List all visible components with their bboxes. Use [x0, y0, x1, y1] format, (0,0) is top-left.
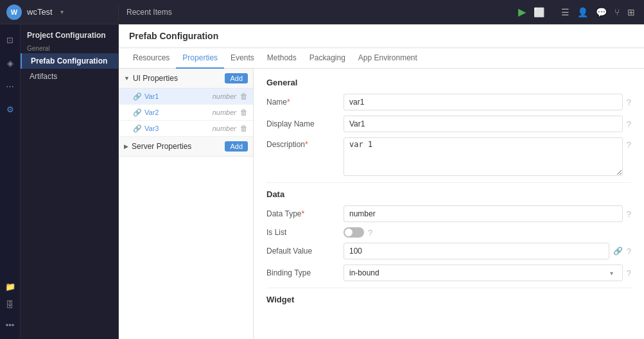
topbar-left-section: W wcTest ▾ [0, 4, 119, 20]
content-area: ▼ UI Properties Add 🔗 Var1 number 🗑 🔗 [119, 69, 644, 339]
main-area: Prefab Configuration Resources Propertie… [119, 24, 644, 339]
layout-wrapper: ⊡ ◈ ⋯ ⚙ 📁 🗄 ••• Project Configuration Ge… [0, 0, 644, 339]
link-icon: 🔗 [133, 125, 142, 133]
sidebar-item-prefab-config[interactable]: Prefab Configuration [21, 53, 118, 69]
is-list-toggle[interactable] [344, 227, 364, 238]
nav-icon-settings[interactable]: ⚙ [1, 100, 19, 118]
name-help-icon[interactable]: ? [627, 98, 631, 107]
general-section: General Name* ? Display Name [266, 78, 631, 176]
item-name-var2: Var2 [144, 109, 213, 116]
tabs-bar: Resources Properties Events Methods Pack… [119, 48, 644, 69]
default-value-link-icon[interactable]: 🔗 [613, 247, 623, 256]
nav-icon-folder[interactable]: 📁 [1, 277, 19, 295]
name-label: Name* [266, 98, 344, 107]
default-value-help-icon[interactable]: ? [627, 247, 631, 256]
sidebar-content: Project Configuration General Prefab Con… [21, 24, 118, 339]
ui-properties-label: UI Properties [133, 74, 225, 83]
recent-items-label: Recent Items [126, 8, 172, 17]
item-type-var3: number [213, 125, 236, 132]
nav-icon-db[interactable]: 🗄 [1, 295, 19, 313]
binding-type-select[interactable]: in-bound out-bound in-out-bound [344, 265, 623, 281]
link-icon: 🔗 [133, 109, 142, 117]
section-divider [266, 182, 631, 183]
link-icon: 🔗 [133, 92, 142, 101]
sidebar-project-title[interactable]: Project Configuration [21, 24, 118, 42]
nav-icon-more[interactable]: ••• [1, 316, 19, 334]
tab-app-environment[interactable]: App Environment [352, 48, 424, 69]
default-value-input[interactable] [344, 243, 609, 259]
description-control: var 1 ? [344, 137, 631, 176]
ui-chevron-icon: ▼ [124, 75, 130, 82]
play-icon[interactable]: ▶ [518, 6, 526, 18]
tab-events[interactable]: Events [224, 48, 261, 69]
binding-type-help-icon[interactable]: ? [627, 268, 631, 278]
is-list-row: Is List ? [266, 227, 631, 238]
ui-properties-section: ▼ UI Properties Add 🔗 Var1 number 🗑 🔗 [119, 69, 253, 137]
nav-icon-api[interactable]: ⋯ [1, 77, 19, 95]
item-name-var3: Var3 [144, 125, 213, 132]
data-type-control: ? [344, 205, 631, 222]
display-name-row: Display Name ? [266, 116, 631, 132]
general-title: General [266, 78, 631, 87]
nav-icon-pages[interactable]: ⊡ [1, 31, 19, 49]
display-name-help-icon[interactable]: ? [627, 119, 631, 129]
item-name-var1: Var1 [144, 92, 213, 100]
display-name-input[interactable] [344, 116, 623, 132]
sidebar: ⊡ ◈ ⋯ ⚙ 📁 🗄 ••• Project Configuration Ge… [0, 24, 119, 339]
sidebar-item-artifacts[interactable]: Artifacts [21, 69, 118, 84]
page-title: Prefab Configuration [129, 31, 218, 41]
sidebar-icons-column: ⊡ ◈ ⋯ ⚙ 📁 🗄 ••• [0, 24, 21, 339]
window-icon[interactable]: ⬜ [534, 7, 544, 17]
server-properties-header[interactable]: ▶ Server Properties Add [119, 137, 253, 157]
app-name: wcTest [27, 7, 53, 17]
description-help-icon[interactable]: ? [627, 140, 631, 150]
ui-add-button[interactable]: Add [225, 73, 248, 83]
data-type-help-icon[interactable]: ? [627, 209, 631, 219]
data-type-input[interactable] [344, 205, 623, 222]
tab-methods[interactable]: Methods [261, 48, 303, 69]
list-item[interactable]: 🔗 Var2 number 🗑 [119, 105, 253, 121]
chat-icon[interactable]: 💬 [596, 7, 607, 17]
user-icon[interactable]: 👤 [577, 7, 588, 17]
branch-icon[interactable]: ⑂ [614, 7, 620, 17]
app-icon: W [6, 4, 22, 20]
data-type-row: Data Type* ? [266, 205, 631, 222]
delete-icon-var2[interactable]: 🗑 [240, 108, 248, 117]
data-title: Data [266, 189, 631, 199]
is-list-help-icon[interactable]: ? [368, 228, 372, 238]
display-name-control: ? [344, 116, 631, 132]
server-chevron-icon: ▶ [124, 143, 128, 150]
delete-icon-var3[interactable]: 🗑 [240, 124, 248, 133]
list-item[interactable]: 🔗 Var3 number 🗑 [119, 121, 253, 137]
left-properties-panel: ▼ UI Properties Add 🔗 Var1 number 🗑 🔗 [119, 69, 254, 339]
server-properties-section: ▶ Server Properties Add [119, 137, 253, 157]
list-item[interactable]: 🔗 Var1 number 🗑 [119, 89, 253, 105]
ui-properties-header[interactable]: ▼ UI Properties Add [119, 69, 253, 89]
section-divider-2 [266, 288, 631, 288]
grid-icon[interactable]: ⊞ [627, 7, 635, 17]
server-add-button[interactable]: Add [225, 141, 248, 152]
list-icon[interactable]: ☰ [561, 7, 570, 17]
nav-icon-components[interactable]: ◈ [1, 54, 19, 72]
tab-properties[interactable]: Properties [176, 48, 224, 69]
page-header: Prefab Configuration [119, 24, 644, 48]
default-value-control: 🔗 ? [344, 243, 631, 259]
chevron-down-icon[interactable]: ▾ [60, 8, 64, 15]
tab-packaging[interactable]: Packaging [303, 48, 352, 69]
widget-section: Widget [266, 295, 631, 304]
default-value-label: Default Value [266, 247, 344, 256]
topbar-right-section: ☰ 👤 💬 ⑂ ⊞ [552, 7, 644, 17]
tab-resources[interactable]: Resources [126, 48, 176, 69]
binding-type-label: Binding Type [266, 268, 344, 277]
name-input[interactable] [344, 94, 623, 110]
right-form-panel: General Name* ? Display Name [254, 69, 644, 339]
binding-type-row: Binding Type in-bound out-bound in-out-b… [266, 265, 631, 281]
description-textarea[interactable]: var 1 [344, 137, 623, 176]
item-type-var1: number [213, 92, 236, 100]
description-row: Description* var 1 ? [266, 137, 631, 176]
description-label: Description* [266, 137, 344, 149]
delete-icon-var1[interactable]: 🗑 [240, 92, 248, 101]
topbar-mid-section: Recent Items ▶ ⬜ [119, 6, 552, 18]
data-type-label: Data Type* [266, 209, 344, 218]
name-row: Name* ? [266, 94, 631, 110]
